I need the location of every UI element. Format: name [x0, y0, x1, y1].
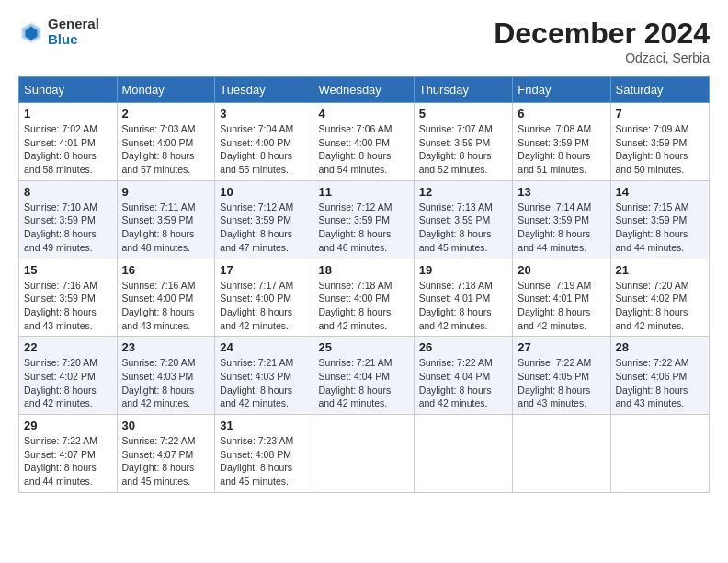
week-row-2: 8Sunrise: 7:10 AM Sunset: 3:59 PM Daylig…	[19, 180, 710, 259]
day-cell: 18Sunrise: 7:18 AM Sunset: 4:00 PM Dayli…	[313, 259, 414, 337]
location: Odzaci, Serbia	[494, 51, 710, 65]
day-cell: 26Sunrise: 7:22 AM Sunset: 4:04 PM Dayli…	[414, 337, 513, 415]
day-number: 5	[419, 107, 508, 121]
day-number: 21	[616, 263, 704, 277]
day-number: 8	[24, 185, 112, 199]
day-cell: 5Sunrise: 7:07 AM Sunset: 3:59 PM Daylig…	[414, 103, 513, 181]
day-number: 12	[419, 185, 508, 199]
day-cell: 23Sunrise: 7:20 AM Sunset: 4:03 PM Dayli…	[117, 337, 215, 415]
day-cell: 3Sunrise: 7:04 AM Sunset: 4:00 PM Daylig…	[215, 103, 313, 181]
day-info: Sunrise: 7:12 AM Sunset: 3:59 PM Dayligh…	[318, 201, 408, 255]
day-cell: 9Sunrise: 7:11 AM Sunset: 3:59 PM Daylig…	[117, 180, 215, 259]
day-number: 13	[518, 185, 605, 199]
day-number: 3	[220, 107, 308, 121]
day-info: Sunrise: 7:07 AM Sunset: 3:59 PM Dayligh…	[419, 122, 508, 177]
logo: General Blue	[18, 17, 99, 47]
calendar-page: General Blue December 2024 Odzaci, Serbi…	[0, 0, 728, 502]
col-wednesday: Wednesday	[313, 77, 414, 103]
day-number: 27	[518, 340, 605, 354]
day-number: 29	[24, 419, 112, 432]
day-info: Sunrise: 7:18 AM Sunset: 4:01 PM Dayligh…	[419, 279, 508, 333]
day-info: Sunrise: 7:20 AM Sunset: 4:02 PM Dayligh…	[616, 279, 704, 333]
week-row-1: 1Sunrise: 7:02 AM Sunset: 4:01 PM Daylig…	[19, 103, 710, 181]
day-number: 9	[122, 185, 210, 199]
day-cell: 6Sunrise: 7:08 AM Sunset: 3:59 PM Daylig…	[513, 103, 610, 181]
day-cell: 31Sunrise: 7:23 AM Sunset: 4:08 PM Dayli…	[215, 415, 313, 493]
day-info: Sunrise: 7:08 AM Sunset: 3:59 PM Dayligh…	[518, 122, 605, 177]
day-cell: 15Sunrise: 7:16 AM Sunset: 3:59 PM Dayli…	[19, 259, 118, 337]
day-number: 30	[122, 419, 210, 432]
day-number: 6	[518, 107, 605, 121]
day-info: Sunrise: 7:22 AM Sunset: 4:07 PM Dayligh…	[24, 434, 112, 488]
day-info: Sunrise: 7:22 AM Sunset: 4:05 PM Dayligh…	[518, 356, 605, 410]
col-thursday: Thursday	[414, 77, 513, 103]
day-info: Sunrise: 7:13 AM Sunset: 3:59 PM Dayligh…	[419, 201, 508, 255]
day-cell: 27Sunrise: 7:22 AM Sunset: 4:05 PM Dayli…	[513, 337, 610, 415]
week-row-5: 29Sunrise: 7:22 AM Sunset: 4:07 PM Dayli…	[19, 415, 710, 493]
day-info: Sunrise: 7:23 AM Sunset: 4:08 PM Dayligh…	[220, 434, 308, 488]
day-cell: 4Sunrise: 7:06 AM Sunset: 4:00 PM Daylig…	[313, 103, 414, 181]
day-cell: 13Sunrise: 7:14 AM Sunset: 3:59 PM Dayli…	[513, 180, 610, 259]
day-cell	[513, 415, 610, 493]
day-info: Sunrise: 7:16 AM Sunset: 4:00 PM Dayligh…	[122, 279, 210, 333]
col-monday: Monday	[117, 77, 215, 103]
day-number: 20	[518, 263, 605, 277]
day-cell: 10Sunrise: 7:12 AM Sunset: 3:59 PM Dayli…	[215, 180, 313, 259]
day-info: Sunrise: 7:11 AM Sunset: 3:59 PM Dayligh…	[122, 201, 210, 255]
header-row: Sunday Monday Tuesday Wednesday Thursday…	[19, 77, 710, 103]
day-info: Sunrise: 7:10 AM Sunset: 3:59 PM Dayligh…	[24, 201, 112, 255]
day-info: Sunrise: 7:18 AM Sunset: 4:00 PM Dayligh…	[318, 279, 408, 333]
day-info: Sunrise: 7:22 AM Sunset: 4:04 PM Dayligh…	[419, 356, 508, 410]
day-number: 24	[220, 340, 308, 354]
day-info: Sunrise: 7:09 AM Sunset: 3:59 PM Dayligh…	[616, 122, 704, 177]
day-info: Sunrise: 7:20 AM Sunset: 4:02 PM Dayligh…	[24, 356, 112, 410]
day-info: Sunrise: 7:22 AM Sunset: 4:06 PM Dayligh…	[616, 356, 704, 410]
day-cell: 24Sunrise: 7:21 AM Sunset: 4:03 PM Dayli…	[215, 337, 313, 415]
day-info: Sunrise: 7:22 AM Sunset: 4:07 PM Dayligh…	[122, 434, 210, 488]
day-cell: 20Sunrise: 7:19 AM Sunset: 4:01 PM Dayli…	[513, 259, 610, 337]
day-number: 23	[122, 340, 210, 354]
day-info: Sunrise: 7:21 AM Sunset: 4:03 PM Dayligh…	[220, 356, 308, 410]
day-info: Sunrise: 7:03 AM Sunset: 4:00 PM Dayligh…	[122, 122, 210, 177]
header: General Blue December 2024 Odzaci, Serbi…	[18, 17, 710, 65]
day-cell	[313, 415, 414, 493]
day-info: Sunrise: 7:20 AM Sunset: 4:03 PM Dayligh…	[122, 356, 210, 410]
day-cell	[414, 415, 513, 493]
logo-general: General	[48, 17, 99, 32]
day-number: 10	[220, 185, 308, 199]
day-number: 4	[318, 107, 408, 121]
day-number: 17	[220, 263, 308, 277]
day-number: 18	[318, 263, 408, 277]
day-info: Sunrise: 7:14 AM Sunset: 3:59 PM Dayligh…	[518, 201, 605, 255]
day-number: 25	[318, 340, 408, 354]
day-number: 31	[220, 419, 308, 432]
day-cell: 16Sunrise: 7:16 AM Sunset: 4:00 PM Dayli…	[117, 259, 215, 337]
day-cell: 25Sunrise: 7:21 AM Sunset: 4:04 PM Dayli…	[313, 337, 414, 415]
day-cell: 28Sunrise: 7:22 AM Sunset: 4:06 PM Dayli…	[610, 337, 709, 415]
day-cell: 7Sunrise: 7:09 AM Sunset: 3:59 PM Daylig…	[610, 103, 709, 181]
day-number: 15	[24, 263, 112, 277]
day-info: Sunrise: 7:02 AM Sunset: 4:01 PM Dayligh…	[24, 122, 112, 177]
day-cell: 30Sunrise: 7:22 AM Sunset: 4:07 PM Dayli…	[117, 415, 215, 493]
day-cell: 22Sunrise: 7:20 AM Sunset: 4:02 PM Dayli…	[19, 337, 118, 415]
day-cell: 17Sunrise: 7:17 AM Sunset: 4:00 PM Dayli…	[215, 259, 313, 337]
day-cell: 19Sunrise: 7:18 AM Sunset: 4:01 PM Dayli…	[414, 259, 513, 337]
week-row-4: 22Sunrise: 7:20 AM Sunset: 4:02 PM Dayli…	[19, 337, 710, 415]
day-info: Sunrise: 7:21 AM Sunset: 4:04 PM Dayligh…	[318, 356, 408, 410]
day-cell: 11Sunrise: 7:12 AM Sunset: 3:59 PM Dayli…	[313, 180, 414, 259]
day-info: Sunrise: 7:16 AM Sunset: 3:59 PM Dayligh…	[24, 279, 112, 333]
day-info: Sunrise: 7:19 AM Sunset: 4:01 PM Dayligh…	[518, 279, 605, 333]
col-friday: Friday	[513, 77, 610, 103]
col-saturday: Saturday	[610, 77, 709, 103]
calendar-table: Sunday Monday Tuesday Wednesday Thursday…	[18, 76, 710, 493]
day-cell: 12Sunrise: 7:13 AM Sunset: 3:59 PM Dayli…	[414, 180, 513, 259]
day-cell: 2Sunrise: 7:03 AM Sunset: 4:00 PM Daylig…	[117, 103, 215, 181]
day-info: Sunrise: 7:06 AM Sunset: 4:00 PM Dayligh…	[318, 122, 408, 177]
month-title: December 2024	[494, 17, 710, 51]
day-info: Sunrise: 7:04 AM Sunset: 4:00 PM Dayligh…	[220, 122, 308, 177]
day-number: 11	[318, 185, 408, 199]
day-number: 28	[616, 340, 704, 354]
day-number: 7	[616, 107, 704, 121]
day-cell: 1Sunrise: 7:02 AM Sunset: 4:01 PM Daylig…	[19, 103, 118, 181]
day-number: 22	[24, 340, 112, 354]
